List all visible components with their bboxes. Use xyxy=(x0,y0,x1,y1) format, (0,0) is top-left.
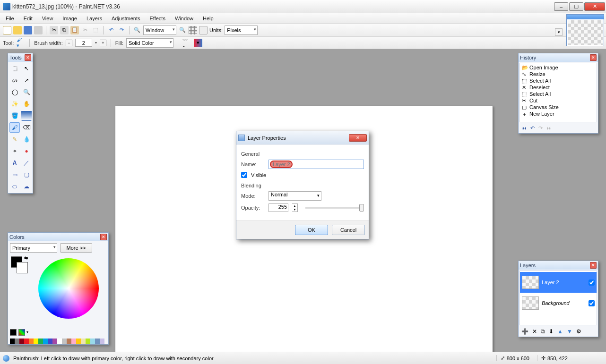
menu-view[interactable]: View xyxy=(38,15,57,22)
palette-swatch[interactable] xyxy=(86,339,90,344)
tools-panel[interactable]: Tools✕ ⬚ ↖ ᔕ ↗ ◯ 🔍 ✨ ✋ 🪣 🖌 ⌫ ✎ 💧 ⌖ ● A ／… xyxy=(8,53,33,194)
blend-button[interactable]: ▾ xyxy=(194,39,202,47)
zoom-select[interactable]: Window xyxy=(143,25,176,35)
palette-swatch[interactable] xyxy=(100,339,104,344)
save-button[interactable] xyxy=(24,26,32,34)
antialias-button[interactable]: 〰 ▾ xyxy=(182,39,191,47)
current-color-swatch[interactable] xyxy=(10,329,17,336)
palette-swatch[interactable] xyxy=(10,339,15,344)
opacity-slider[interactable] xyxy=(305,207,364,209)
undo-button[interactable]: ↶ xyxy=(107,26,115,34)
paste-button[interactable]: 📋 xyxy=(70,26,79,34)
mode-select[interactable]: Normal xyxy=(268,191,321,201)
deselect-button[interactable]: ⬚ xyxy=(91,26,100,34)
layer-duplicate-button[interactable]: ⧉ xyxy=(541,328,545,335)
history-last-button[interactable]: ⏭ xyxy=(546,125,552,131)
palette-add-button[interactable] xyxy=(18,329,25,336)
palette-swatch[interactable] xyxy=(38,339,43,344)
crop-button[interactable]: ✂ xyxy=(81,26,89,34)
history-redo-button[interactable]: ↷ xyxy=(538,125,543,131)
palette-strip[interactable] xyxy=(10,339,104,344)
open-button[interactable] xyxy=(13,26,22,34)
layers-close-button[interactable]: ✕ xyxy=(590,262,597,269)
menu-file[interactable]: File xyxy=(2,15,18,22)
close-button[interactable]: ✕ xyxy=(584,2,605,11)
layer-props-button[interactable]: ⚙ xyxy=(576,328,581,335)
tool-picker[interactable]: 💧 xyxy=(21,134,32,144)
ruler-button[interactable] xyxy=(199,26,208,34)
maximize-button[interactable]: ▢ xyxy=(569,2,583,11)
opacity-spin[interactable]: ▲▼ xyxy=(292,203,298,212)
visible-checkbox[interactable] xyxy=(241,172,247,178)
history-list[interactable]: 📂Open Image ⤡Resize ⬚Select All ✕Deselec… xyxy=(519,63,597,122)
palette-swatch[interactable] xyxy=(24,339,29,344)
tool-eraser[interactable]: ⌫ xyxy=(21,122,32,133)
palette-swatch[interactable] xyxy=(57,339,62,344)
image-list-button[interactable]: ▾ xyxy=(555,28,563,36)
palette-swatch[interactable] xyxy=(19,339,24,344)
tool-rect-select[interactable]: ⬚ xyxy=(9,63,20,74)
brush-inc-button[interactable]: + xyxy=(100,40,106,46)
zoom-fit-button[interactable]: 🔍 xyxy=(178,26,187,34)
layer-delete-button[interactable]: ✕ xyxy=(532,328,537,335)
colors-more-button[interactable]: More >> xyxy=(60,243,92,253)
tools-close-button[interactable]: ✕ xyxy=(25,54,31,61)
palette-swatch[interactable] xyxy=(62,339,67,344)
palette-swatch[interactable] xyxy=(95,339,100,344)
tool-pan[interactable]: ✋ xyxy=(21,99,32,109)
history-panel[interactable]: History✕ 📂Open Image ⤡Resize ⬚Select All… xyxy=(518,53,598,134)
minimize-button[interactable]: – xyxy=(554,2,568,11)
opacity-slider-thumb[interactable] xyxy=(359,204,364,212)
colors-close-button[interactable]: ✕ xyxy=(100,234,107,240)
tool-text[interactable]: A xyxy=(9,158,20,168)
tool-recolor[interactable]: ● xyxy=(21,146,32,156)
grid-button[interactable] xyxy=(189,26,197,34)
palette-swatch[interactable] xyxy=(34,339,38,344)
palette-swatch[interactable] xyxy=(90,339,95,344)
units-select[interactable]: Pixels xyxy=(225,25,258,35)
new-button[interactable] xyxy=(3,26,11,34)
layer-add-button[interactable]: ➕ xyxy=(521,328,528,335)
cut-button[interactable]: ✂ xyxy=(50,26,58,34)
tool-lasso[interactable]: ᔕ xyxy=(9,75,20,85)
layer-properties-dialog[interactable]: Layer Properties ✕ General Name: Layer 2… xyxy=(236,131,369,239)
palette-swatch[interactable] xyxy=(67,339,71,344)
fill-select[interactable]: Solid Color xyxy=(126,38,173,48)
layer-moveup-button[interactable]: ▲ xyxy=(557,328,563,335)
dialog-header[interactable]: Layer Properties ✕ xyxy=(236,131,369,144)
palette-swatch[interactable] xyxy=(48,339,52,344)
print-button[interactable] xyxy=(34,26,43,34)
tool-wand[interactable]: ✨ xyxy=(9,99,20,109)
history-close-button[interactable]: ✕ xyxy=(590,54,597,61)
menu-edit[interactable]: Edit xyxy=(20,15,36,22)
menu-window[interactable]: Window xyxy=(171,15,197,22)
tool-ellipse-shape[interactable]: ⬭ xyxy=(9,181,20,192)
layer-row[interactable]: Layer 2 xyxy=(520,272,597,293)
tool-move[interactable]: ↖ xyxy=(21,63,32,74)
palette-swatch[interactable] xyxy=(29,339,34,344)
brush-combo-arrow[interactable]: ▾ xyxy=(95,41,97,45)
cancel-button[interactable]: Cancel xyxy=(332,225,365,235)
menu-help[interactable]: Help xyxy=(199,15,217,22)
palette-swatch[interactable] xyxy=(15,339,19,344)
layer-visible-checkbox[interactable] xyxy=(589,279,595,286)
redo-button[interactable]: ↷ xyxy=(117,26,126,34)
dialog-close-button[interactable]: ✕ xyxy=(349,134,367,142)
menu-effects[interactable]: Effects xyxy=(146,15,169,22)
palette-swatch[interactable] xyxy=(52,339,57,344)
color-target-select[interactable]: Primary xyxy=(10,243,57,253)
tool-line[interactable]: ／ xyxy=(21,158,32,168)
tool-ellipse-select[interactable]: ◯ xyxy=(9,87,20,97)
secondary-color-swatch[interactable] xyxy=(17,262,28,273)
palette-swatch[interactable] xyxy=(43,339,48,344)
tool-clone[interactable]: ⌖ xyxy=(9,146,20,156)
layer-visible-checkbox[interactable] xyxy=(589,300,595,306)
colors-panel[interactable]: Colors✕ Primary More >> ⇆ xyxy=(8,232,109,345)
name-input[interactable]: Layer 2 xyxy=(268,160,364,169)
overview-header[interactable] xyxy=(567,15,604,19)
tool-brush[interactable]: 🖌 xyxy=(9,122,20,133)
layer-row[interactable]: Background xyxy=(520,293,597,313)
copy-button[interactable]: ⧉ xyxy=(60,26,69,34)
tool-rect-shape[interactable]: ▭ xyxy=(9,169,20,180)
menu-adjustments[interactable]: Adjustments xyxy=(108,15,144,22)
